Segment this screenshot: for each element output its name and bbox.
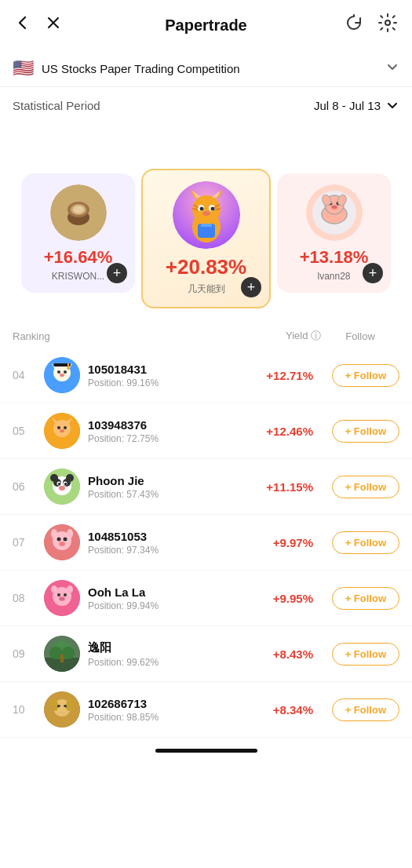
user-position: Position: 57.43%: [88, 489, 242, 500]
follow-button[interactable]: + Follow: [332, 531, 399, 554]
col-yield: Yield ⓘ: [242, 329, 321, 343]
yield-value: +12.71%: [242, 369, 313, 382]
user-info: 104851053 Position: 97.34%: [88, 530, 242, 556]
user-position: Position: 72.75%: [88, 433, 242, 444]
svg-rect-23: [201, 224, 212, 227]
svg-line-19: [193, 209, 197, 210]
username-rank1: 几天能到: [188, 283, 225, 296]
table-row: 09 逸阳 Position: 99.62% +8.43% + Follow: [0, 626, 412, 682]
yield-value: +8.43%: [242, 647, 313, 661]
svg-point-53: [60, 429, 64, 432]
table-row: 04 105018431 Position: 99.16% +12.71% + …: [0, 348, 412, 403]
svg-point-85: [62, 647, 75, 659]
home-indicator: [155, 749, 257, 753]
competition-dropdown[interactable]: 🇺🇸 US Stocks Paper Trading Competition: [0, 50, 412, 87]
user-name: 103948376: [88, 418, 242, 432]
back-button[interactable]: [13, 13, 33, 38]
svg-point-70: [51, 529, 57, 538]
avatar-image-rank3: [306, 184, 363, 241]
period-value[interactable]: Jul 8 - Jul 13: [314, 98, 399, 112]
svg-point-33: [332, 206, 334, 208]
svg-point-68: [64, 538, 67, 542]
svg-point-79: [51, 585, 57, 593]
yield-value: +8.34%: [242, 703, 313, 717]
svg-point-61: [64, 483, 67, 485]
table-header: Ranking Yield ⓘ Follow: [0, 324, 412, 348]
rank-number: 10: [13, 703, 44, 716]
follow-button[interactable]: + Follow: [332, 476, 399, 498]
avatar-image-rank1: [173, 181, 240, 249]
svg-point-16: [210, 207, 214, 211]
settings-button[interactable]: [376, 11, 399, 39]
avatar-image-rank2: [50, 184, 107, 241]
refresh-button[interactable]: [343, 12, 365, 38]
col-ranking: Ranking: [13, 330, 44, 342]
chevron-down-icon: [385, 60, 399, 78]
svg-point-42: [64, 370, 67, 374]
avatar-rank3: [306, 184, 363, 241]
close-button[interactable]: [44, 13, 63, 37]
svg-point-0: [385, 20, 390, 25]
flag-icon: 🇺🇸: [13, 58, 34, 78]
table-row: 06 Phoon Jie Position: 57.43% +11.15% + …: [0, 459, 412, 515]
follow-cell: + Follow: [313, 698, 399, 721]
page-title: Papertrade: [165, 16, 247, 35]
svg-point-41: [57, 370, 60, 374]
rank-number: 06: [13, 480, 44, 493]
follow-button[interactable]: + Follow: [332, 364, 399, 387]
header-left: [13, 13, 63, 38]
svg-point-60: [58, 483, 60, 485]
follow-button[interactable]: + Follow: [332, 643, 399, 666]
user-info: 103948376 Position: 72.75%: [88, 418, 242, 444]
user-avatar: [44, 413, 80, 449]
svg-point-62: [59, 486, 65, 491]
yield-value: +11.15%: [242, 480, 313, 494]
podium-rank2: +16.64% KRISWON... +: [21, 173, 135, 293]
user-position: Position: 97.34%: [88, 545, 242, 556]
follow-cell: + Follow: [313, 476, 399, 498]
user-avatar: [44, 691, 80, 728]
col-follow: Follow: [321, 330, 399, 342]
add-rank2-button[interactable]: +: [107, 263, 127, 283]
svg-point-52: [64, 426, 67, 429]
svg-point-80: [67, 585, 73, 593]
table-row: 10 102686713 Position: 98.85% +8.34% + F…: [0, 682, 412, 738]
user-info: Ooh La La Position: 99.94%: [88, 585, 242, 611]
podium: +16.64% KRISWON... +: [0, 120, 412, 324]
user-info: 102686713 Position: 98.85%: [88, 697, 242, 723]
follow-button[interactable]: + Follow: [332, 420, 399, 443]
svg-line-21: [216, 209, 220, 210]
user-position: Position: 99.94%: [88, 600, 242, 611]
username-rank2: KRISWON...: [52, 271, 104, 282]
user-name: 逸阳: [88, 640, 242, 655]
follow-cell: + Follow: [313, 531, 399, 554]
add-rank3-button[interactable]: +: [363, 263, 383, 283]
user-name: Phoon Jie: [88, 474, 242, 487]
user-avatar: [44, 357, 80, 393]
svg-point-5: [73, 206, 84, 213]
follow-button[interactable]: + Follow: [332, 587, 399, 610]
table-row: 07 104851053 Position: 97.34% +9.97% + F…: [0, 515, 412, 571]
avatar-rank1: [173, 181, 240, 249]
svg-point-84: [49, 647, 62, 659]
user-name: 102686713: [88, 697, 242, 710]
add-rank1-button[interactable]: +: [241, 277, 261, 297]
header-right: [343, 11, 399, 39]
svg-point-43: [60, 374, 64, 377]
svg-point-63: [50, 474, 58, 482]
leaderboard-table: 04 105018431 Position: 99.16% +12.71% + …: [0, 348, 412, 738]
follow-button[interactable]: + Follow: [332, 698, 399, 721]
user-info: 逸阳 Position: 99.62%: [88, 640, 242, 668]
svg-point-71: [67, 529, 73, 538]
podium-rank1: +20.83% 几天能到 +: [141, 169, 271, 308]
follow-cell: + Follow: [313, 643, 399, 666]
user-avatar: [44, 469, 80, 505]
user-avatar: [44, 524, 80, 560]
rank-number: 05: [13, 425, 44, 437]
yield-value: +9.95%: [242, 592, 313, 605]
username-rank3: lvann28: [317, 271, 350, 282]
svg-point-17: [202, 211, 210, 216]
competition-label: US Stocks Paper Trading Competition: [42, 62, 377, 75]
yield-value: +9.97%: [242, 536, 313, 549]
user-position: Position: 98.85%: [88, 712, 242, 723]
